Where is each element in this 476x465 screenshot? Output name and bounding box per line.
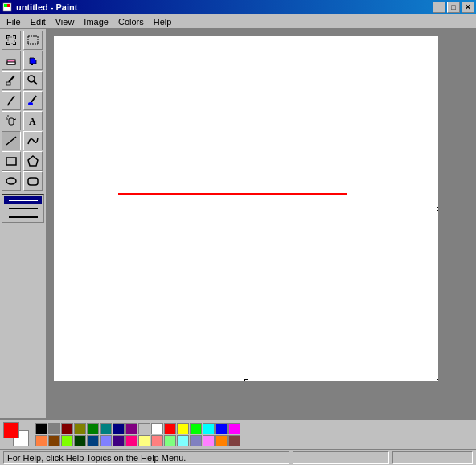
canvas[interactable] (53, 35, 439, 381)
tool-brush[interactable] (23, 91, 43, 110)
tool-magnify[interactable] (23, 71, 43, 90)
color-swatch[interactable] (113, 423, 125, 434)
color-swatch[interactable] (113, 435, 125, 446)
svg-rect-5 (7, 62, 15, 64)
svg-rect-7 (6, 82, 10, 85)
tool-ellipse[interactable] (2, 171, 21, 191)
svg-line-11 (31, 96, 36, 102)
svg-rect-20 (6, 158, 16, 165)
color-swatch[interactable] (177, 435, 189, 446)
tool-pencil[interactable] (2, 91, 21, 110)
color-swatch[interactable] (125, 423, 137, 434)
app-icon (2, 2, 13, 13)
tool-rect[interactable] (2, 151, 21, 171)
menu-bar: FileEditViewImageColorsHelp (0, 14, 476, 29)
color-swatch[interactable] (215, 435, 228, 446)
menu-item-help[interactable]: Help (149, 15, 177, 28)
foreground-color[interactable] (3, 422, 19, 438)
color-swatch[interactable] (74, 435, 86, 446)
svg-point-22 (6, 178, 16, 184)
color-swatch[interactable] (87, 423, 99, 434)
tool-rect-select[interactable] (23, 31, 43, 50)
color-swatches (35, 423, 240, 446)
resize-handle-bottom[interactable] (244, 379, 248, 381)
color-swatch[interactable] (190, 423, 202, 434)
thickness-option-2[interactable] (4, 204, 42, 212)
tool-airbrush[interactable] (2, 111, 21, 130)
color-swatch[interactable] (177, 423, 189, 434)
color-swatch[interactable] (215, 423, 228, 434)
svg-marker-21 (28, 156, 38, 166)
tool-line[interactable] (2, 131, 21, 150)
svg-line-6 (9, 76, 14, 82)
color-swatch[interactable] (190, 435, 202, 446)
color-swatch[interactable] (61, 435, 73, 446)
maximize-button[interactable]: □ (447, 2, 460, 13)
svg-rect-1 (4, 4, 7, 7)
svg-point-12 (28, 102, 33, 105)
tool-curve[interactable] (23, 131, 43, 150)
menu-item-view[interactable]: View (51, 15, 80, 28)
menu-item-file[interactable]: File (2, 15, 26, 28)
tool-text[interactable]: A (23, 111, 43, 130)
palette-area (0, 418, 476, 449)
tool-polygon[interactable] (23, 151, 43, 171)
color-swatch[interactable] (138, 423, 150, 434)
color-swatch[interactable] (138, 435, 150, 446)
tool-grid: A (2, 31, 44, 191)
thickness-option-1[interactable] (4, 196, 42, 204)
tool-color-pick[interactable] (2, 71, 21, 90)
status-help-text: For Help, click Help Topics on the Help … (3, 451, 289, 464)
tool-rounded-rect[interactable] (23, 171, 43, 191)
color-swatch[interactable] (100, 423, 112, 434)
resize-handle-right[interactable] (437, 207, 439, 211)
line-thickness-selector (2, 194, 44, 223)
color-swatch[interactable] (151, 435, 163, 446)
color-swatch[interactable] (100, 435, 112, 446)
resize-handle-corner[interactable] (437, 379, 439, 381)
svg-point-17 (6, 118, 8, 120)
svg-line-14 (14, 119, 16, 120)
color-swatch[interactable] (48, 435, 60, 446)
window-title: untitled - Paint (16, 2, 77, 12)
color-swatch[interactable] (74, 423, 86, 434)
menu-item-colors[interactable]: Colors (113, 15, 149, 28)
svg-rect-2 (7, 4, 10, 7)
canvas-container[interactable] (47, 29, 476, 418)
svg-rect-23 (28, 178, 38, 185)
svg-line-10 (8, 96, 14, 105)
svg-line-19 (6, 137, 16, 145)
status-size (392, 451, 473, 464)
color-swatch[interactable] (228, 435, 240, 446)
color-swatch[interactable] (164, 435, 176, 446)
title-bar: untitled - Paint _ □ ✕ (0, 0, 476, 14)
color-swatch[interactable] (87, 435, 99, 446)
color-swatch[interactable] (151, 423, 163, 434)
current-colors (3, 422, 29, 446)
menu-item-edit[interactable]: Edit (26, 15, 51, 28)
menu-item-image[interactable]: Image (79, 15, 113, 28)
color-swatch[interactable] (203, 423, 215, 434)
close-button[interactable]: ✕ (462, 2, 474, 13)
tool-free-select[interactable] (2, 31, 21, 50)
color-swatch[interactable] (125, 435, 137, 446)
color-swatch[interactable] (164, 423, 176, 434)
color-swatch[interactable] (61, 423, 73, 434)
main-area: A (0, 29, 476, 418)
svg-point-16 (7, 115, 9, 117)
minimize-button[interactable]: _ (433, 2, 445, 13)
tool-fill[interactable] (23, 51, 43, 70)
tool-eraser[interactable] (2, 51, 21, 70)
window-controls: _ □ ✕ (433, 2, 474, 13)
color-swatch[interactable] (35, 423, 47, 434)
color-swatch[interactable] (228, 423, 240, 434)
svg-line-9 (34, 81, 37, 84)
color-swatch[interactable] (35, 435, 47, 446)
color-swatch[interactable] (203, 435, 215, 446)
svg-text:A: A (29, 116, 36, 127)
color-swatch[interactable] (48, 423, 60, 434)
svg-point-8 (28, 76, 35, 82)
status-bar: For Help, click Help Topics on the Help … (0, 449, 476, 465)
svg-rect-13 (9, 118, 14, 125)
thickness-option-3[interactable] (4, 212, 42, 220)
